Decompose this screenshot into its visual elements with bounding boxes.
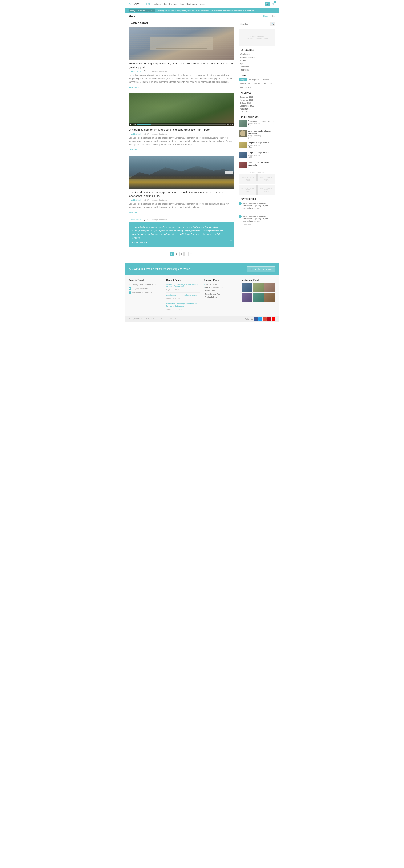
popular-title-3[interactable]: Voluptatem sequi nesciun bbox=[248, 142, 269, 144]
tags-cloud: design development minimal multitaspose … bbox=[239, 78, 275, 89]
tag-advertisement[interactable]: advertisement bbox=[239, 86, 252, 89]
insta-thumb-2[interactable] bbox=[253, 283, 264, 292]
social-googleplus[interactable]: g bbox=[263, 317, 267, 321]
more-link-1[interactable]: More Info bbox=[129, 86, 137, 88]
popular-post-2: Lorem ipsum dolor sit amet, consectetur … bbox=[239, 130, 275, 140]
ad-small-4: ADVERTISEMENTHERE125x125 bbox=[257, 185, 275, 195]
popular-meta-1: design, illustration bbox=[248, 123, 274, 124]
slider-next[interactable]: › bbox=[229, 170, 233, 174]
category-item[interactable]: › Marketing bbox=[239, 59, 275, 62]
search-section: 🔍 bbox=[239, 22, 275, 26]
tag-seo[interactable]: seo bbox=[268, 82, 274, 85]
tag-design[interactable]: design bbox=[239, 78, 247, 81]
insta-thumb-5[interactable] bbox=[253, 293, 264, 302]
footer-popular-link-2[interactable]: Full Width Media Post bbox=[205, 287, 224, 289]
tag-multitaspose[interactable]: multitaspose bbox=[239, 82, 251, 85]
breadcrumb-home[interactable]: Home bbox=[263, 15, 268, 17]
search-input[interactable] bbox=[239, 22, 270, 26]
popular-posts-title: POPULAR POSTS bbox=[239, 116, 275, 119]
archive-item[interactable]: › August 2013 bbox=[239, 107, 275, 110]
search-submit[interactable]: 🔍 bbox=[270, 22, 275, 26]
search-icon-btn[interactable]: 🔍 bbox=[265, 2, 270, 6]
footer-popular-link-4[interactable]: Page Builder Post bbox=[205, 293, 220, 295]
popular-arrow-4: › bbox=[204, 293, 205, 295]
more-link-2[interactable]: More Info bbox=[129, 149, 137, 151]
footer-col-contact: Keep in Touch No.1 Abbey Road, London, W… bbox=[129, 279, 162, 312]
phone-icon: ☎ bbox=[129, 287, 131, 290]
video-end: 00:22 ◙ bbox=[228, 124, 233, 125]
tag-development[interactable]: development bbox=[248, 78, 261, 81]
cart-badge: 0 bbox=[274, 1, 276, 3]
archives-list: › December 2013 › November 2013 › Octobe… bbox=[239, 96, 275, 113]
popular-thumb-3 bbox=[239, 142, 246, 149]
archive-item[interactable]: › November 2013 bbox=[239, 98, 275, 101]
archive-item[interactable]: › December 2013 bbox=[239, 96, 275, 98]
category-item[interactable]: › Web Development bbox=[239, 56, 275, 59]
tag-minimal[interactable]: minimal bbox=[261, 78, 270, 81]
footer-recent-title-3[interactable]: Optimizing The Design Workflow with Fire… bbox=[166, 303, 200, 307]
nav-blog[interactable]: Blog bbox=[163, 3, 167, 5]
footer-popular-link-3[interactable]: Quote Post bbox=[205, 290, 215, 292]
popular-title-2[interactable]: Lorem ipsum dolor sit amet, consectetur bbox=[248, 130, 275, 135]
promo-tagline: is incredible multifuctional wordpress t… bbox=[141, 268, 190, 271]
popular-title-1[interactable]: Fusce dapibus, tellus ac cursus bbox=[248, 120, 274, 123]
archive-item[interactable]: › October 2013 bbox=[239, 101, 275, 104]
page-btn-2[interactable]: 2 bbox=[175, 252, 179, 256]
nav-features[interactable]: Features bbox=[152, 3, 161, 5]
popular-arrow-1: › bbox=[204, 283, 205, 285]
more-link-3[interactable]: More Info bbox=[129, 211, 137, 214]
popular-info-4: Voluptatem sequi nesciun design, illustr… bbox=[248, 152, 269, 158]
category-item[interactable]: › Illustrations bbox=[239, 68, 275, 71]
social-facebook[interactable]: f bbox=[254, 317, 258, 321]
footer-popular-link-5[interactable]: Text-only Post bbox=[205, 296, 217, 298]
popular-posts-section: POPULAR POSTS Fusce dapibus, tellus ac c… bbox=[239, 116, 275, 168]
footer-recent-posts-title: Recent Posts bbox=[166, 279, 200, 281]
footer-recent-date-2: September 20, 2014 bbox=[166, 298, 181, 300]
tag-life[interactable]: life bbox=[262, 82, 267, 85]
breadcrumb: Home / Blog bbox=[263, 15, 275, 17]
insta-thumb-4[interactable] bbox=[242, 293, 252, 302]
cart-icon-btn[interactable]: 🛒 0 bbox=[271, 2, 275, 6]
social-icons: f t g p ▶ bbox=[254, 317, 275, 321]
insta-thumb-3[interactable] bbox=[265, 283, 275, 292]
insta-thumb-6[interactable] bbox=[265, 293, 275, 302]
page-btn-3[interactable]: 3 bbox=[179, 252, 184, 256]
page-btn-44[interactable]: 44 bbox=[189, 252, 193, 256]
social-pinterest[interactable]: p bbox=[267, 317, 271, 321]
nav-portfolio[interactable]: Portfolio bbox=[169, 3, 177, 5]
footer-popular-link-1[interactable]: Standard Post bbox=[205, 283, 217, 285]
popular-title-4[interactable]: Voluptatem sequi nesciun bbox=[248, 152, 269, 154]
instagram-grid bbox=[242, 283, 275, 302]
logo[interactable]: ◇ Elara bbox=[129, 2, 139, 6]
archive-item[interactable]: › September 2013 bbox=[239, 104, 275, 107]
category-item[interactable]: › Web Design bbox=[239, 53, 275, 56]
popular-thumb-1 bbox=[239, 120, 246, 127]
page-btn-1[interactable]: 1 bbox=[170, 252, 174, 256]
footer-recent-title-2[interactable]: Good Content Is Too Valuable To Die bbox=[166, 294, 200, 296]
popular-comments-1: 💬 5 bbox=[248, 124, 274, 126]
category-item[interactable]: › Tips bbox=[239, 62, 275, 65]
footer-columns: Keep in Touch No.1 Abbey Road, London, W… bbox=[129, 279, 275, 312]
social-twitter[interactable]: t bbox=[259, 317, 262, 321]
tag-creative[interactable]: creative bbox=[252, 82, 261, 85]
insta-thumb-1[interactable] bbox=[242, 283, 252, 292]
video-start[interactable]: ► 00:00 bbox=[130, 124, 136, 125]
post-image-2: ► 00:00 00:22 ◙ bbox=[129, 93, 234, 126]
video-bar: ► 00:00 00:22 ◙ bbox=[129, 123, 234, 126]
social-youtube[interactable]: ▶ bbox=[272, 317, 275, 321]
nav-shortcodes[interactable]: Shortcodes bbox=[186, 3, 197, 5]
archive-item[interactable]: › July 2013 bbox=[239, 110, 275, 113]
popular-title-5[interactable]: Lorem ipsum dolor sit amet, consectetur bbox=[248, 161, 275, 166]
footer-recent-date-1: September 20, 2014 bbox=[166, 289, 181, 291]
buy-theme-button[interactable]: 🛒 Buy this theme now bbox=[247, 267, 275, 272]
footer-recent-title-1[interactable]: Optimizing The Design Workflow with Fire… bbox=[166, 283, 200, 288]
slider-prev[interactable]: ‹ bbox=[225, 170, 229, 174]
nav-shop[interactable]: Shop bbox=[179, 3, 184, 5]
post-meta-2: June 22, 2013 | 💬 17 | design, illustrat… bbox=[129, 133, 234, 135]
nav-home[interactable]: Home bbox=[145, 3, 150, 5]
promo-brand: ◇ Elara is incredible multifuctional wor… bbox=[129, 267, 190, 271]
nav-contacts[interactable]: Contacts bbox=[199, 3, 207, 5]
breadcrumb-current: Blog bbox=[272, 15, 275, 17]
category-item[interactable]: › Resources bbox=[239, 65, 275, 68]
footer-popular-posts-title: Popular Posts bbox=[204, 279, 238, 281]
